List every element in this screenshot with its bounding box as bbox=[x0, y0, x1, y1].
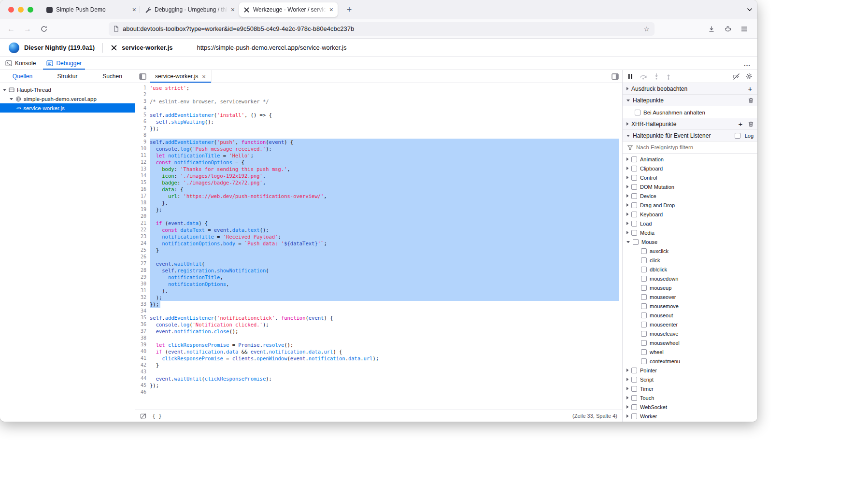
code-editor[interactable]: 1'use strict';23/* eslint-env browser, s… bbox=[135, 83, 622, 410]
close-source-tab-icon[interactable]: × bbox=[202, 73, 206, 80]
event-breakpoint-pointer[interactable]: Pointer bbox=[623, 366, 757, 375]
chevron-right-icon[interactable] bbox=[626, 369, 628, 372]
event-checkbox-load[interactable] bbox=[631, 221, 637, 227]
event-checkbox-dblclick[interactable] bbox=[641, 267, 647, 272]
event-breakpoint-timer[interactable]: Timer bbox=[623, 384, 757, 393]
event-breakpoint-mouseout[interactable]: mouseout bbox=[623, 311, 757, 320]
event-checkbox-media[interactable] bbox=[631, 230, 637, 236]
line-number[interactable]: 2 bbox=[135, 91, 150, 98]
browser-tab-devtools-worker[interactable]: Werkzeuge - Worker / service-w × bbox=[239, 2, 338, 17]
step-over-icon[interactable] bbox=[640, 73, 647, 80]
event-breakpoint-mouseleave[interactable]: mouseleave bbox=[623, 329, 757, 338]
code-line[interactable]: 8 bbox=[135, 132, 619, 139]
chevron-right-icon[interactable] bbox=[626, 157, 628, 161]
event-checkbox-pointer[interactable] bbox=[631, 368, 637, 373]
code-line[interactable]: 25 } bbox=[135, 247, 619, 254]
code-line[interactable]: 29 notificationTitle, bbox=[135, 274, 619, 281]
code-line[interactable]: 40 if (event.notification.data && event.… bbox=[135, 348, 619, 355]
tree-item-service-worker-js[interactable]: JSservice-worker.js bbox=[0, 103, 135, 113]
code-line[interactable]: 28 self.registration.showNotification( bbox=[135, 267, 619, 274]
tab-struktur[interactable]: Struktur bbox=[45, 70, 90, 83]
code-line[interactable]: 42 } bbox=[135, 362, 619, 369]
code-line[interactable]: 11 let notificationTitle = 'Hello'; bbox=[135, 152, 619, 159]
line-number[interactable]: 18 bbox=[135, 199, 150, 206]
line-number[interactable]: 13 bbox=[135, 166, 150, 172]
event-checkbox-mousewheel[interactable] bbox=[641, 340, 647, 346]
code-line[interactable]: 10 console.log('Push message received.')… bbox=[135, 145, 619, 152]
chevron-right-icon[interactable] bbox=[626, 231, 628, 234]
event-listener-breakpoints-header[interactable]: Haltepunkte für Event Listener Log bbox=[623, 130, 757, 142]
remove-breakpoints-trash-icon[interactable] bbox=[748, 98, 754, 103]
code-line[interactable]: 15 badge: './images/badge-72x72.png', bbox=[135, 179, 619, 186]
line-number[interactable]: 45 bbox=[135, 382, 150, 389]
code-line[interactable]: 37 event.notification.close(); bbox=[135, 328, 619, 335]
event-breakpoint-contextmenu[interactable]: contextmenu bbox=[623, 356, 757, 366]
code-line[interactable]: 30 notificationOptions, bbox=[135, 281, 619, 287]
event-checkbox-mousedown[interactable] bbox=[641, 276, 647, 282]
line-number[interactable]: 15 bbox=[135, 179, 150, 186]
code-line[interactable]: 12 const notificationOptions = { bbox=[135, 159, 619, 166]
pause-icon[interactable] bbox=[627, 73, 633, 79]
code-line[interactable]: 32 ); bbox=[135, 294, 619, 301]
chevron-right-icon[interactable] bbox=[626, 396, 628, 399]
twisty-icon[interactable] bbox=[3, 89, 6, 91]
line-number[interactable]: 28 bbox=[135, 267, 150, 274]
chevron-right-icon[interactable] bbox=[626, 213, 628, 216]
code-line[interactable]: 4 bbox=[135, 105, 619, 112]
new-tab-button[interactable]: + bbox=[343, 5, 355, 15]
line-number[interactable]: 20 bbox=[135, 213, 150, 220]
menu-icon[interactable] bbox=[737, 22, 752, 36]
event-checkbox-mouseout[interactable] bbox=[641, 313, 647, 318]
event-breakpoint-dblclick[interactable]: dblclick bbox=[623, 265, 757, 274]
event-checkbox-mouseenter[interactable] bbox=[641, 322, 647, 327]
event-checkbox-worker[interactable] bbox=[631, 413, 637, 419]
event-checkbox-control[interactable] bbox=[631, 175, 637, 181]
code-line[interactable]: 26 bbox=[135, 254, 619, 260]
event-checkbox-script[interactable] bbox=[631, 377, 637, 383]
forward-button[interactable]: → bbox=[20, 22, 35, 36]
step-out-icon[interactable] bbox=[666, 73, 671, 80]
code-line[interactable]: 43 bbox=[135, 369, 619, 375]
code-line[interactable]: 24 notificationOptions.body = `Push data… bbox=[135, 240, 619, 247]
line-number[interactable]: 35 bbox=[135, 314, 150, 321]
code-line[interactable]: 14 icon: './images/logo-192x192.png', bbox=[135, 172, 619, 179]
code-line[interactable]: 21 if (event.data) { bbox=[135, 220, 619, 227]
line-number[interactable]: 14 bbox=[135, 172, 150, 179]
code-line[interactable]: 6 self.skipWaiting(); bbox=[135, 118, 619, 125]
line-number[interactable]: 3 bbox=[135, 98, 150, 105]
chevron-right-icon[interactable] bbox=[626, 378, 628, 381]
line-number[interactable]: 1 bbox=[135, 85, 150, 91]
close-window-button[interactable] bbox=[8, 7, 14, 13]
code-line[interactable]: 23 notificationTitle = 'Received Payload… bbox=[135, 233, 619, 240]
line-number[interactable]: 7 bbox=[135, 125, 150, 132]
code-line[interactable]: 2 bbox=[135, 91, 619, 98]
event-checkbox-timer[interactable] bbox=[631, 386, 637, 392]
line-number[interactable]: 36 bbox=[135, 321, 150, 328]
line-number[interactable]: 39 bbox=[135, 341, 150, 348]
event-breakpoint-drag-and-drop[interactable]: Drag and Drop bbox=[623, 200, 757, 210]
event-checkbox-mouseover[interactable] bbox=[641, 294, 647, 300]
code-line[interactable]: 5self.addEventListener('install', () => … bbox=[135, 112, 619, 118]
line-number[interactable]: 5 bbox=[135, 112, 150, 118]
code-line[interactable]: 33}); bbox=[135, 301, 619, 308]
line-number[interactable]: 10 bbox=[135, 145, 150, 152]
code-line[interactable]: 7}); bbox=[135, 125, 619, 132]
event-breakpoint-mouseenter[interactable]: mouseenter bbox=[623, 320, 757, 329]
event-checkbox-touch[interactable] bbox=[631, 395, 637, 401]
code-line[interactable]: 34 bbox=[135, 308, 619, 314]
event-breakpoint-click[interactable]: click bbox=[623, 256, 757, 265]
line-number[interactable]: 17 bbox=[135, 193, 150, 199]
twisty-icon[interactable] bbox=[10, 98, 13, 100]
chevron-right-icon[interactable] bbox=[626, 222, 628, 225]
code-line[interactable]: 38 bbox=[135, 335, 619, 341]
ignore-source-icon[interactable] bbox=[140, 413, 146, 419]
event-breakpoint-media[interactable]: Media bbox=[623, 228, 757, 237]
code-line[interactable]: 1'use strict'; bbox=[135, 85, 619, 91]
event-breakpoint-load[interactable]: Load bbox=[623, 219, 757, 228]
event-breakpoint-websocket[interactable]: WebSocket bbox=[623, 402, 757, 412]
pause-on-exceptions-row[interactable]: Bei Ausnahmen anhalten bbox=[623, 106, 757, 118]
code-line[interactable]: 36 console.log('Notification clicked.'); bbox=[135, 321, 619, 328]
code-line[interactable]: 45}); bbox=[135, 382, 619, 389]
event-breakpoint-device[interactable]: Device bbox=[623, 191, 757, 200]
event-breakpoint-keyboard[interactable]: Keyboard bbox=[623, 210, 757, 219]
